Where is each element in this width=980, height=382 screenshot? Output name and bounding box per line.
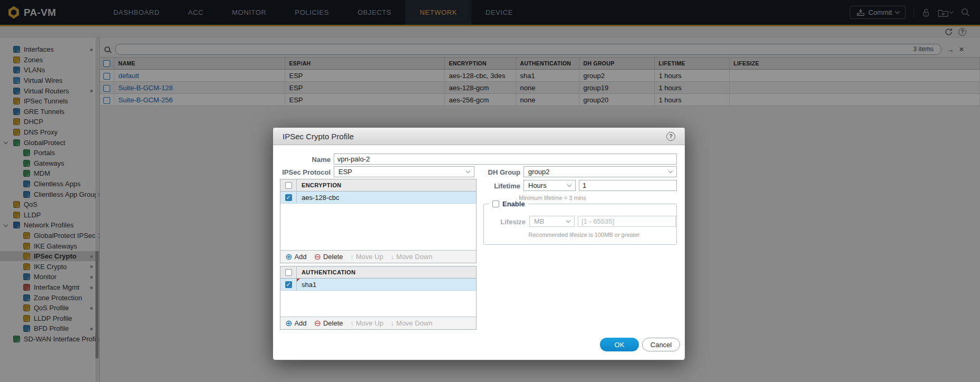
delete-button[interactable]: ⊖Delete [314, 253, 343, 261]
lifesize-unit-select[interactable]: MB [529, 216, 575, 227]
plus-circle-icon: ⊕ [285, 319, 292, 328]
add-button[interactable]: ⊕Add [285, 253, 307, 261]
chevron-down-icon [668, 169, 673, 173]
move-down-button[interactable]: ↓Move Down [391, 319, 432, 327]
lifesize-hint: Recommended lifesize is 100MB or greater [505, 232, 663, 238]
delete-button[interactable]: ⊖Delete [314, 319, 343, 328]
arrow-up-icon: ↑ [351, 319, 354, 327]
encryption-panel-footer: ⊕Add ⊖Delete ↑Move Up ↓Move Down [280, 250, 476, 263]
encryption-panel: ENCRYPTION aes-128-cbc ⊕Add ⊖Delete ↑Mov… [280, 179, 477, 263]
enable-legend: Enable [489, 200, 528, 208]
name-label: Name [273, 156, 331, 164]
minus-circle-icon: ⊖ [314, 319, 321, 328]
ipsec-protocol-select[interactable]: ESP [334, 166, 474, 177]
ipsec-crypto-profile-dialog: IPSec Crypto Profile ? Name IPSec Protoc… [273, 127, 685, 360]
enable-checkbox[interactable] [492, 200, 499, 207]
arrow-down-icon: ↓ [391, 253, 394, 261]
chevron-down-icon [567, 183, 571, 187]
authentication-panel-header: AUTHENTICATION [280, 266, 476, 279]
arrow-down-icon: ↓ [391, 319, 394, 327]
lifetime-unit-select[interactable]: Hours [523, 180, 576, 191]
arrow-up-icon: ↑ [351, 253, 354, 261]
modified-flag-icon [297, 279, 300, 282]
list-row-sha1[interactable]: sha1 [280, 279, 476, 291]
move-down-button[interactable]: ↓Move Down [391, 253, 432, 261]
dh-group-select[interactable]: group2 [523, 166, 677, 177]
dialog-title-bar[interactable]: IPSec Crypto Profile ? [273, 128, 685, 145]
lifesize-fieldset: Enable Lifesize MB Recommended lifesize … [483, 204, 677, 245]
chevron-down-icon [566, 218, 570, 223]
lifetime-value-field[interactable] [579, 180, 677, 191]
authentication-panel-footer: ⊕Add ⊖Delete ↑Move Up ↓Move Down [280, 317, 476, 329]
minus-circle-icon: ⊖ [314, 253, 321, 261]
dialog-help-icon[interactable]: ? [666, 132, 675, 141]
list-row-aes-128-cbc[interactable]: aes-128-cbc [280, 192, 476, 204]
move-up-button[interactable]: ↑Move Up [351, 253, 384, 261]
authentication-panel: AUTHENTICATION sha1 ⊕Add ⊖Delete ↑Move U… [280, 266, 477, 330]
lifetime-label: Lifetime [462, 182, 520, 190]
encryption-panel-header: ENCRYPTION [280, 179, 476, 192]
cancel-button[interactable]: Cancel [642, 338, 680, 351]
move-up-button[interactable]: ↑Move Up [351, 319, 384, 327]
ipsec-protocol-label: IPSec Protocol [273, 168, 331, 176]
dialog-title: IPSec Crypto Profile [283, 132, 354, 141]
select-all-checkbox[interactable] [285, 269, 292, 276]
enable-label: Enable [502, 200, 525, 208]
lifesize-value-field[interactable] [578, 216, 676, 227]
add-button[interactable]: ⊕Add [285, 319, 307, 328]
row-checkbox[interactable] [285, 281, 292, 288]
ok-button[interactable]: OK [600, 338, 639, 351]
lifesize-label: Lifesize [484, 218, 526, 226]
plus-circle-icon: ⊕ [285, 253, 292, 261]
select-all-checkbox[interactable] [285, 182, 292, 189]
name-field[interactable] [334, 154, 677, 165]
row-checkbox[interactable] [285, 194, 292, 201]
dh-group-label: DH Group [462, 168, 520, 176]
